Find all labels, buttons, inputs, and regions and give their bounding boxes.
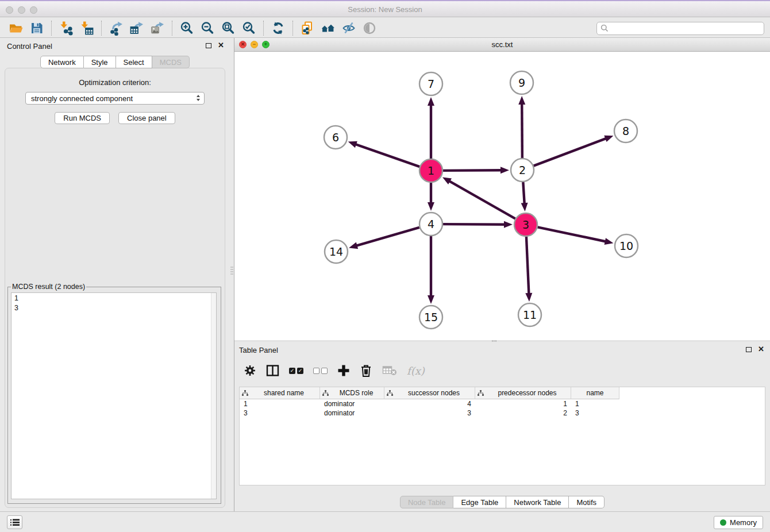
- edge-arrowhead: [504, 221, 513, 228]
- column-settings-button[interactable]: [244, 363, 256, 378]
- gear-icon: [244, 364, 256, 377]
- delete-table-button[interactable]: [382, 363, 397, 378]
- add-column-button[interactable]: [337, 363, 350, 378]
- tab-network[interactable]: Network: [40, 56, 84, 68]
- memory-status-icon: [720, 519, 726, 526]
- network-canvas[interactable]: 1234678910111415: [234, 52, 770, 340]
- close-panel-button[interactable]: Close panel: [118, 112, 175, 124]
- zoom-selected-icon: [241, 21, 256, 36]
- network-view-window: ✕ − + scc.txt 1234678910111415: [234, 38, 770, 340]
- mcds-result-list[interactable]: 13: [11, 292, 217, 499]
- toolbar-separator: [263, 21, 264, 36]
- graph-edge-3-10[interactable]: [538, 227, 607, 241]
- table-cell[interactable]: 2: [475, 409, 571, 417]
- export-table-button[interactable]: [126, 20, 147, 37]
- criterion-select-value: strongly connected component: [31, 94, 133, 103]
- mcds-result-line: 3: [11, 303, 216, 313]
- toolbar-separator: [101, 21, 102, 36]
- column-header-mcds-role[interactable]: MCDS role: [320, 387, 384, 399]
- graph-edge-1-6[interactable]: [355, 144, 419, 167]
- memory-button[interactable]: Memory: [714, 516, 763, 529]
- eye-slash-icon: [341, 21, 356, 36]
- graph-edge-1-2[interactable]: [443, 170, 502, 171]
- tab-node-table[interactable]: Node Table: [400, 496, 454, 508]
- zoom-out-button[interactable]: [197, 20, 218, 37]
- checked-box-icon: ✓: [297, 368, 303, 374]
- save-session-button[interactable]: [26, 20, 47, 37]
- tab-mcds[interactable]: MCDS: [152, 56, 190, 68]
- edge-arrowhead: [521, 203, 528, 211]
- column-header-successor-nodes[interactable]: successor nodes: [384, 387, 475, 399]
- result-scrollbar[interactable]: [211, 293, 216, 499]
- float-panel-icon[interactable]: [206, 43, 211, 48]
- criterion-select[interactable]: strongly connected component: [25, 92, 205, 105]
- zoom-in-button[interactable]: [176, 20, 197, 37]
- tab-motifs[interactable]: Motifs: [569, 496, 605, 508]
- clone-network-button[interactable]: [297, 20, 318, 37]
- table-panel-header: Table Panel ✕: [234, 342, 770, 358]
- node-label: 7: [428, 78, 434, 90]
- table-row[interactable]: 3dominator323: [240, 408, 765, 418]
- open-session-button[interactable]: [6, 20, 26, 37]
- graph-edge-2-3[interactable]: [523, 182, 524, 205]
- table-cell[interactable]: dominator: [320, 409, 384, 417]
- graph-edge-4-3[interactable]: [443, 224, 506, 225]
- table-cell[interactable]: 3: [240, 409, 320, 417]
- splitter-grip[interactable]: [230, 267, 233, 276]
- deselect-all-button[interactable]: [313, 363, 328, 378]
- export-table-icon: [129, 21, 144, 36]
- import-table-icon: [79, 21, 94, 36]
- table-cell[interactable]: 1: [475, 400, 571, 408]
- graph-edge-3-11[interactable]: [526, 237, 529, 295]
- select-all-button[interactable]: ✓ ✓: [289, 363, 303, 378]
- tab-select[interactable]: Select: [116, 56, 152, 68]
- export-network-button[interactable]: [106, 20, 126, 37]
- zoom-selected-button[interactable]: [238, 20, 259, 37]
- table-cell[interactable]: 1: [571, 400, 619, 408]
- import-table-button[interactable]: [76, 20, 97, 37]
- graph-edge-2-8[interactable]: [534, 138, 607, 165]
- show-all-networks-button[interactable]: [318, 20, 338, 37]
- edge-arrowhead: [428, 202, 434, 211]
- search-input[interactable]: [611, 24, 760, 33]
- edge-arrowhead: [428, 97, 434, 106]
- tab-network-table[interactable]: Network Table: [506, 496, 569, 508]
- float-panel-icon[interactable]: [746, 347, 752, 352]
- column-header-predecessor-nodes[interactable]: predecessor nodes: [475, 387, 571, 399]
- column-header-shared-name[interactable]: shared name: [240, 387, 320, 399]
- graph-edge-2-9[interactable]: [522, 103, 522, 158]
- import-network-icon: [59, 21, 74, 36]
- table-cell[interactable]: 1: [240, 400, 320, 408]
- tab-style[interactable]: Style: [84, 56, 116, 68]
- apply-layout-button[interactable]: [268, 20, 288, 37]
- function-builder-button[interactable]: f(x): [407, 363, 425, 378]
- vertical-splitter[interactable]: [230, 38, 234, 511]
- table-cell[interactable]: 4: [384, 400, 475, 408]
- hide-panels-button[interactable]: [338, 20, 359, 37]
- mcds-result-line: 1: [11, 293, 216, 303]
- close-panel-icon[interactable]: ✕: [758, 346, 764, 352]
- table-cell[interactable]: 3: [384, 409, 475, 417]
- zoom-fit-button[interactable]: [218, 20, 238, 37]
- toggle-panes-button[interactable]: [266, 363, 279, 378]
- graph-edge-4-14[interactable]: [356, 228, 419, 246]
- status-bar: Memory: [0, 511, 770, 532]
- table-cell[interactable]: 3: [571, 409, 619, 417]
- column-header-name[interactable]: name: [571, 387, 619, 399]
- export-image-button[interactable]: [147, 20, 168, 37]
- show-panels-button[interactable]: [359, 20, 380, 37]
- search-box[interactable]: [596, 22, 764, 35]
- edge-arrowhead: [525, 293, 532, 302]
- delete-column-button[interactable]: [360, 363, 372, 378]
- table-row[interactable]: 1dominator411: [240, 399, 765, 408]
- graph-edge-3-1[interactable]: [448, 180, 515, 218]
- import-network-button[interactable]: [56, 20, 76, 37]
- zoom-fit-icon: [221, 21, 236, 36]
- plus-icon: [337, 364, 350, 377]
- network-graph[interactable]: 1234678910111415: [234, 52, 770, 340]
- close-panel-icon[interactable]: ✕: [218, 43, 224, 48]
- table-cell[interactable]: dominator: [320, 400, 384, 408]
- task-history-button[interactable]: [7, 515, 22, 529]
- tab-edge-table[interactable]: Edge Table: [453, 496, 506, 508]
- run-mcds-button[interactable]: Run MCDS: [55, 112, 110, 124]
